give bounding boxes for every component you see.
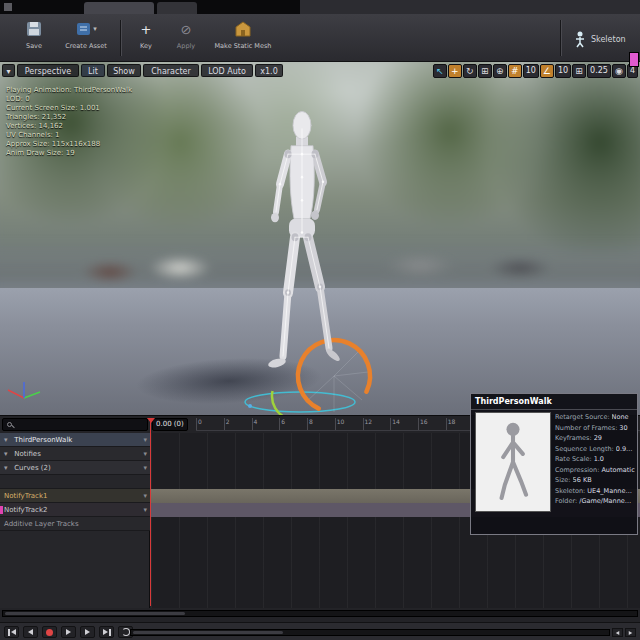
skeleton-button[interactable]: Skeleton (572, 30, 626, 48)
color-swatch[interactable] (629, 52, 639, 67)
playback-speed-button[interactable]: x1.0 (255, 64, 283, 77)
tooltip-field: Number of Frames30 (555, 423, 635, 434)
scrollbar-thumb[interactable] (5, 612, 185, 615)
camera-speed-button[interactable]: ◉ (612, 64, 626, 78)
expander-icon[interactable]: ▾ (4, 447, 12, 461)
playhead-marker[interactable] (147, 418, 155, 423)
ruler-tick: 12 (363, 418, 391, 430)
step-back-button[interactable] (23, 626, 38, 638)
select-tool-button[interactable]: ↖ (433, 64, 447, 78)
track-row-notifies[interactable]: ▾ Notifies ▾ (0, 447, 150, 461)
to-start-icon (8, 629, 10, 636)
character-button[interactable]: Character (143, 64, 199, 77)
asset-tooltip: ThirdPersonWalk Retarget SourceNone Numb… (470, 393, 638, 535)
chevron-down-icon: ▾ (93, 25, 97, 33)
info-line: UV Channels: 1 (6, 131, 132, 140)
create-asset-button[interactable]: ▾ Create Asset (60, 18, 112, 58)
track-row-notify-2[interactable]: NotifyTrack2 ▾ (0, 503, 150, 517)
to-end-button[interactable] (99, 626, 114, 638)
apply-button[interactable]: ⊘ Apply (166, 18, 206, 58)
to-end-icon (109, 629, 111, 636)
grid-snap-toggle[interactable]: # (508, 64, 522, 78)
track-label: Notifies (14, 450, 41, 458)
track-row-notify-1[interactable]: NotifyTrack1 ▾ (0, 489, 150, 503)
chevron-down-icon[interactable]: ▾ (143, 503, 147, 517)
tooltip-field: Rate Scale1.0 (555, 454, 635, 465)
chevron-down-icon[interactable]: ▾ (143, 489, 147, 503)
record-button[interactable] (42, 626, 57, 638)
scale-icon: ⊞ (481, 66, 489, 76)
ruler-tick: 4 (252, 418, 280, 430)
lod-auto-button[interactable]: LOD Auto (201, 64, 253, 77)
viewport-options-button[interactable]: ▾ (2, 64, 15, 77)
chevron-down-icon[interactable]: ▾ (143, 461, 147, 475)
loop-icon (122, 628, 130, 636)
coordinate-system-button[interactable]: ⊕ (493, 64, 507, 78)
save-button[interactable]: Save (12, 18, 56, 58)
skeleton-icon (572, 30, 588, 48)
scale-snap-value[interactable]: 0.25 (587, 64, 611, 78)
scrollbar-thumb[interactable] (133, 631, 283, 634)
ruler-tick: 0 (196, 418, 224, 430)
chevron-down-icon[interactable]: ▾ (143, 433, 147, 447)
apply-label: Apply (166, 42, 206, 50)
arrow-right-icon (629, 630, 633, 634)
transport-scrollbar[interactable] (130, 629, 610, 636)
save-icon (25, 20, 43, 38)
track-label: Additive Layer Tracks (4, 520, 79, 528)
editor-tab-1[interactable] (84, 2, 154, 14)
timeline-filter-input[interactable] (2, 418, 148, 431)
step-forward-button[interactable] (80, 626, 95, 638)
window-tab-strip (0, 0, 640, 14)
chevron-down-icon[interactable]: ▾ (143, 447, 147, 461)
arrow-left-icon (616, 630, 620, 634)
perspective-button[interactable]: Perspective (17, 64, 79, 77)
camera-icon: ◉ (615, 66, 623, 76)
info-line: Approx Size: 115x116x188 (6, 140, 132, 149)
playhead-line[interactable] (150, 418, 151, 606)
play-button[interactable] (61, 626, 76, 638)
grid-snap-value[interactable]: 10 (523, 64, 539, 78)
record-icon (46, 629, 53, 636)
lit-mode-button[interactable]: Lit (81, 64, 105, 77)
static-mesh-icon (234, 20, 252, 38)
info-line: LOD: 0 (6, 95, 132, 104)
toolbar-separator (560, 20, 561, 56)
ruler-tick: 16 (418, 418, 446, 430)
scale-snap-icon: ⊞ (575, 66, 583, 76)
rotation-snap-toggle[interactable]: ∠ (540, 64, 554, 78)
track-label: Curves (2) (14, 464, 50, 472)
rotate-tool-button[interactable]: ↻ (463, 64, 477, 78)
track-row-anim[interactable]: ▾ ThirdPersonWalk ▾ (0, 433, 150, 447)
select-arrow-icon: ↖ (436, 66, 444, 76)
make-static-mesh-button[interactable]: Make Static Mesh (208, 18, 278, 58)
scroll-right-button[interactable] (625, 628, 636, 637)
track-row-empty[interactable] (0, 475, 150, 489)
tooltip-field: Folder/Game/Mannequin/Animations (555, 496, 635, 507)
titlebar-area (300, 0, 640, 14)
scale-snap-toggle[interactable]: ⊞ (572, 64, 586, 78)
track-row-curves[interactable]: ▾ Curves (2) ▾ (0, 461, 150, 475)
key-button[interactable]: + Key (128, 18, 164, 58)
expander-icon[interactable]: ▾ (4, 433, 12, 447)
plus-icon: + (141, 23, 152, 36)
create-asset-label: Create Asset (60, 42, 112, 50)
scale-tool-button[interactable]: ⊞ (478, 64, 492, 78)
editor-tab-2[interactable] (157, 2, 197, 14)
animation-editor-window: Save ▾ Create Asset + Key ⊘ Apply Make S… (0, 0, 640, 640)
timeline-horizontal-scrollbar[interactable] (2, 610, 638, 617)
scroll-left-button[interactable] (612, 628, 623, 637)
translate-tool-button[interactable]: + (448, 64, 462, 78)
show-button[interactable]: Show (107, 64, 141, 77)
move-icon: + (451, 66, 459, 76)
expander-icon[interactable]: ▾ (4, 461, 12, 475)
save-label: Save (12, 42, 56, 50)
track-row-additive[interactable]: Additive Layer Tracks (0, 517, 150, 531)
playback-controls (4, 626, 133, 638)
make-static-mesh-label: Make Static Mesh (208, 42, 278, 50)
rotation-snap-value[interactable]: 10 (555, 64, 571, 78)
transform-snap-toolbar: ↖ + ↻ ⊞ ⊕ # 10 ∠ 10 ⊞ 0.25 ◉ 4 (433, 64, 638, 78)
to-start-button[interactable] (4, 626, 19, 638)
viewport[interactable]: ▾ Perspective Lit Show Character LOD Aut… (0, 62, 640, 415)
main-toolbar: Save ▾ Create Asset + Key ⊘ Apply Make S… (0, 14, 640, 62)
